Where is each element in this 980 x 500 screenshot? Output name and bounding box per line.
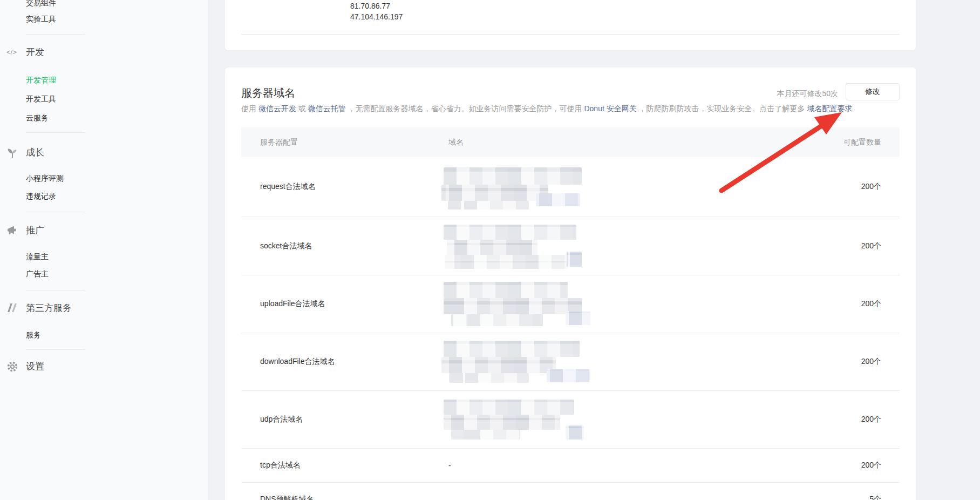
third-party-icon xyxy=(6,302,19,314)
sidebar-item-miniprogram-evaluation[interactable]: 小程序评测 xyxy=(26,173,64,184)
page: 交易组件实验工具</>开发开发管理开发工具云服务成长小程序评测违规记录推广流量主… xyxy=(0,0,980,500)
desc-text: 或 xyxy=(296,104,308,113)
sidebar-divider xyxy=(26,132,85,133)
row-count: 200个 xyxy=(861,415,881,424)
desc-text: ，防爬防刷防攻击，实现业务安全。点击了解更多 xyxy=(637,104,807,113)
gear-icon xyxy=(6,361,19,373)
mosaic-band xyxy=(449,373,529,383)
mosaic-band xyxy=(448,201,529,210)
row-config-label: downloadFile合法域名 xyxy=(260,357,335,367)
mosaic-blue-tile xyxy=(566,311,590,325)
sidebar-item-experiment-tools[interactable]: 实验工具 xyxy=(26,13,56,24)
sidebar-divider xyxy=(26,34,85,35)
mosaic-band xyxy=(451,430,520,440)
sidebar-item-services[interactable]: 服务 xyxy=(26,329,41,340)
row-domain-value: - xyxy=(448,461,451,470)
modify-button[interactable]: 修改 xyxy=(846,83,900,100)
table-row: udp合法域名 200个 xyxy=(241,391,900,449)
mosaic-band xyxy=(444,167,582,185)
redacted-domain-mosaic xyxy=(444,157,605,217)
sidebar-item-cloud-services[interactable]: 云服务 xyxy=(26,112,49,123)
table-row: DNS预解析域名 5个 xyxy=(241,483,900,500)
desc-text: ，无需配置服务器域名，省心省力。如业务访问需要安全防护，可使用 xyxy=(346,104,584,113)
mosaic-band xyxy=(444,225,576,240)
sidebar-item-advertiser[interactable]: 广告主 xyxy=(26,268,49,279)
sidebar: 交易组件实验工具</>开发开发管理开发工具云服务成长小程序评测违规记录推广流量主… xyxy=(0,0,208,500)
mosaic-band xyxy=(444,400,574,415)
mosaic-band xyxy=(444,415,560,430)
mosaic-blue-tile xyxy=(536,193,580,206)
divider xyxy=(241,34,900,35)
row-config-label: tcp合法域名 xyxy=(260,461,301,470)
mosaic-blue-tile xyxy=(567,252,582,267)
table-row: downloadFile合法域名 200个 xyxy=(241,333,900,391)
row-config-label: udp合法域名 xyxy=(260,415,303,424)
ip-address: 81.70.86.77 xyxy=(350,1,403,11)
mosaic-band xyxy=(441,357,556,373)
sidebar-item-dev-tools[interactable]: 开发工具 xyxy=(26,93,56,104)
row-config-label: uploadFile合法域名 xyxy=(260,299,325,309)
link-donut-gateway[interactable]: Donut 安全网关 xyxy=(584,104,636,113)
sidebar-section-develop[interactable]: </>开发 xyxy=(26,46,44,59)
mosaic-blue-tile xyxy=(566,425,584,440)
sidebar-item-violation-records[interactable]: 违规记录 xyxy=(26,191,56,201)
sidebar-item-trade-components[interactable]: 交易组件 xyxy=(26,0,56,8)
header-configurable-count: 可配置数量 xyxy=(843,127,881,157)
row-config-label: request合法域名 xyxy=(260,182,316,192)
header-domain: 域名 xyxy=(448,127,464,157)
mosaic-band xyxy=(444,341,580,357)
mosaic-blue-tile xyxy=(547,369,590,382)
ip-list: 81.70.86.77 47.104.146.197 xyxy=(350,1,403,22)
link-wechat-cloud-hosting[interactable]: 微信云托管 xyxy=(308,104,346,113)
redacted-domain-mosaic xyxy=(444,275,605,333)
mosaic-band xyxy=(447,240,537,255)
table-header: 服务器配置 域名 可配置数量 xyxy=(241,127,900,157)
sidebar-section-promotion[interactable]: 推广 xyxy=(26,224,44,237)
mosaic-band xyxy=(445,255,568,269)
table-body: request合法域名 200个 socket合法域名 200个 uploadF… xyxy=(241,157,900,500)
row-count: 200个 xyxy=(861,241,881,251)
table-row: request合法域名 200个 xyxy=(241,157,900,217)
domain-description: 使用 微信云开发 或 微信云托管 ，无需配置服务器域名，省心省力。如业务访问需要… xyxy=(241,103,852,114)
sidebar-divider xyxy=(26,290,85,290)
sidebar-divider xyxy=(26,212,85,212)
redacted-domain-mosaic xyxy=(444,391,605,448)
sidebar-item-dev-management[interactable]: 开发管理 xyxy=(26,75,56,85)
link-wechat-cloud-dev[interactable]: 微信云开发 xyxy=(258,104,296,113)
modify-quota-note: 本月还可修改50次 xyxy=(777,88,838,99)
link-domain-config-requirements[interactable]: 域名配置要求 xyxy=(807,104,852,113)
sidebar-divider xyxy=(26,349,85,350)
sidebar-section-settings[interactable]: 设置 xyxy=(26,360,44,373)
mosaic-band xyxy=(444,282,568,298)
table-row: socket合法域名 200个 xyxy=(241,217,900,275)
redacted-domain-mosaic xyxy=(444,217,605,275)
mosaic-band xyxy=(444,298,582,314)
row-config-label: socket合法域名 xyxy=(260,241,312,251)
sidebar-item-traffic-owner[interactable]: 流量主 xyxy=(26,251,49,262)
row-count: 200个 xyxy=(861,461,881,470)
sidebar-section-third-party[interactable]: 第三方服务 xyxy=(26,302,72,315)
table-row: tcp合法域名 200个 - xyxy=(241,449,900,483)
previous-section-card: 81.70.86.77 47.104.146.197 xyxy=(225,0,916,50)
row-count: 200个 xyxy=(861,357,881,367)
row-count: 200个 xyxy=(861,299,881,309)
mosaic-band xyxy=(451,314,543,326)
megaphone-icon xyxy=(6,225,19,237)
row-config-label: DNS预解析域名 xyxy=(260,495,314,500)
server-domain-card: 服务器域名 本月还可修改50次 修改 使用 微信云开发 或 微信云托管 ，无需配… xyxy=(225,67,916,500)
page-title: 服务器域名 xyxy=(241,86,295,100)
ip-address: 47.104.146.197 xyxy=(350,11,403,22)
row-count: 200个 xyxy=(861,182,881,192)
table-row: uploadFile合法域名 200个 xyxy=(241,275,900,333)
mosaic-band xyxy=(441,185,548,201)
sidebar-section-growth[interactable]: 成长 xyxy=(26,146,44,159)
sprout-icon xyxy=(6,147,19,159)
desc-text: 使用 xyxy=(241,104,258,113)
code-icon: </> xyxy=(6,46,19,58)
header-server-config: 服务器配置 xyxy=(260,127,298,157)
redacted-domain-mosaic xyxy=(444,333,605,390)
row-count: 5个 xyxy=(869,495,881,500)
